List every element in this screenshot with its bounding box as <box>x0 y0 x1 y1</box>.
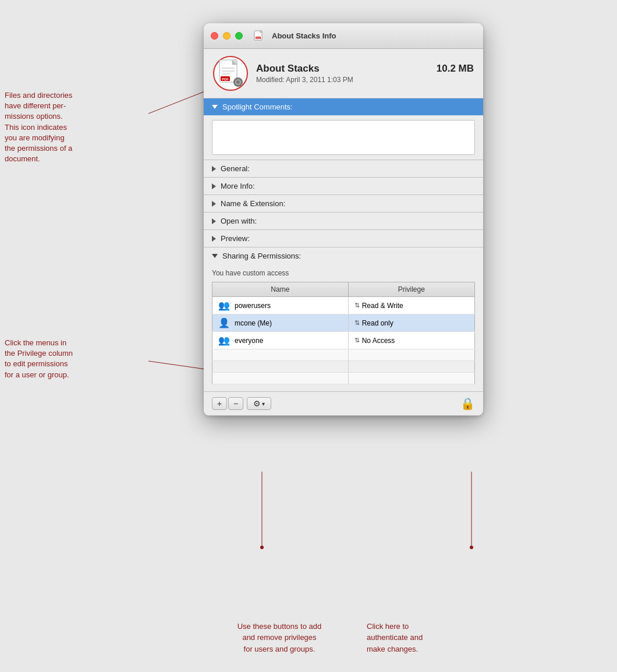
file-header: PDF About Stacks 10.2 MB Modified: Apri <box>204 49 483 98</box>
triangle-right-icon <box>212 201 216 207</box>
table-row: 👤 mcone (Me) ⇅ Read only <box>212 314 475 332</box>
section-header-general[interactable]: General: <box>204 160 483 177</box>
add-user-button[interactable]: + <box>212 397 227 410</box>
file-icon-circle: PDF <box>213 56 248 91</box>
dropdown-arrow-icon: ▾ <box>262 401 265 407</box>
section-header-more-info[interactable]: More Info: <box>204 178 483 194</box>
section-general: General: <box>204 160 483 178</box>
svg-point-7 <box>470 546 473 549</box>
lock-icon: 🔒 <box>460 397 475 410</box>
user-icon: 👤 <box>218 317 230 328</box>
table-row: 👥 powerusers ⇅ Read & Write <box>212 297 475 314</box>
section-preview: Preview: <box>204 230 483 247</box>
username: mcone (Me) <box>235 319 272 327</box>
section-header-name-ext[interactable]: Name & Extension: <box>204 195 483 212</box>
user-name-cell: 👥 powerusers <box>212 297 349 314</box>
table-row-empty <box>212 349 475 361</box>
lock-button[interactable]: 🔒 <box>460 397 475 411</box>
section-header-preview[interactable]: Preview: <box>204 230 483 247</box>
section-open-with: Open with: <box>204 213 483 230</box>
triangle-right-icon <box>212 218 216 224</box>
titlebar: PDF About Stacks Info <box>204 23 483 49</box>
section-name-extension: Name & Extension: <box>204 195 483 213</box>
annotation-privilege-menus: Click the menus in the Privilege column … <box>5 338 144 380</box>
svg-rect-23 <box>237 77 239 79</box>
permissions-toolbar: + − ⚙ ▾ 🔒 <box>204 391 483 415</box>
gear-icon: ⚙ <box>253 399 261 408</box>
annotation-files-directories: Files and directories have different per… <box>5 90 147 164</box>
sharing-content: You have custom access Name Privilege 👥 <box>204 264 483 391</box>
file-name: About Stacks <box>256 63 320 75</box>
privilege-cell[interactable]: ⇅ Read only <box>348 314 474 332</box>
window-title: About Stacks Info <box>272 31 336 40</box>
updown-icon: ⇅ <box>354 302 360 309</box>
custom-access-text: You have custom access <box>212 269 475 277</box>
file-size: 10.2 MB <box>437 63 474 75</box>
triangle-down-icon <box>212 254 218 258</box>
file-info: About Stacks 10.2 MB Modified: April 3, … <box>256 63 474 84</box>
toolbar-left: + − ⚙ ▾ <box>212 397 271 410</box>
minimize-button[interactable] <box>223 32 231 40</box>
section-header-open-with[interactable]: Open with: <box>204 213 483 229</box>
gear-dropdown-button[interactable]: ⚙ ▾ <box>247 397 271 410</box>
svg-point-22 <box>236 80 240 84</box>
svg-rect-24 <box>237 85 239 87</box>
svg-text:PDF: PDF <box>222 77 229 81</box>
section-more-info: More Info: <box>204 178 483 195</box>
remove-user-button[interactable]: − <box>228 397 243 410</box>
annotation-add-remove: Use these buttons to add and remove priv… <box>215 621 343 655</box>
col-name: Name <box>212 282 349 297</box>
spotlight-textarea[interactable] <box>212 120 475 155</box>
triangle-down-icon <box>212 105 218 109</box>
table-header-row: Name Privilege <box>212 282 475 297</box>
group-icon: 👥 <box>218 300 230 311</box>
col-privilege: Privilege <box>348 282 474 297</box>
svg-marker-9 <box>260 31 262 33</box>
section-sharing: Sharing & Permissions: You have custom a… <box>204 247 483 416</box>
close-button[interactable] <box>211 32 218 40</box>
section-header-spotlight[interactable]: Spotlight Comments: <box>204 98 483 115</box>
section-header-sharing[interactable]: Sharing & Permissions: <box>204 247 483 264</box>
table-row-empty <box>212 361 475 373</box>
privilege-cell[interactable]: ⇅ Read & Write <box>348 297 474 314</box>
updown-icon: ⇅ <box>354 319 360 327</box>
table-row: 👥 everyone ⇅ No Access <box>212 332 475 349</box>
triangle-right-icon <box>212 166 216 172</box>
file-icon: PDF <box>217 59 244 88</box>
titlebar-icon: PDF <box>253 30 265 42</box>
everyone-icon: 👥 <box>218 335 230 346</box>
user-name-cell: 👤 mcone (Me) <box>212 314 349 332</box>
maximize-button[interactable] <box>235 32 243 40</box>
table-row-empty <box>212 373 475 384</box>
triangle-right-icon <box>212 183 216 189</box>
privilege-value: Read & Write <box>362 302 403 310</box>
updown-icon: ⇅ <box>354 337 360 344</box>
user-name-cell: 👥 everyone <box>212 332 349 349</box>
file-icon-wrapper: PDF <box>213 56 248 91</box>
svg-rect-26 <box>241 82 243 83</box>
privilege-value: Read only <box>362 319 393 327</box>
macos-window: PDF About Stacks Info <box>204 23 483 416</box>
svg-point-5 <box>260 546 264 549</box>
permissions-table: Name Privilege 👥 powerusers <box>212 282 475 384</box>
username: everyone <box>235 337 263 345</box>
file-modified: Modified: April 3, 2011 1:03 PM <box>256 76 474 84</box>
username: powerusers <box>235 302 271 310</box>
annotation-authenticate: Click here to authenticate and make chan… <box>367 621 471 655</box>
triangle-right-icon <box>212 236 216 242</box>
privilege-value: No Access <box>362 337 395 345</box>
section-spotlight: Spotlight Comments: <box>204 98 483 160</box>
svg-text:PDF: PDF <box>256 36 261 39</box>
bottom-annotations: Use these buttons to add and remove priv… <box>204 621 483 655</box>
privilege-cell[interactable]: ⇅ No Access <box>348 332 474 349</box>
svg-rect-25 <box>233 82 235 83</box>
